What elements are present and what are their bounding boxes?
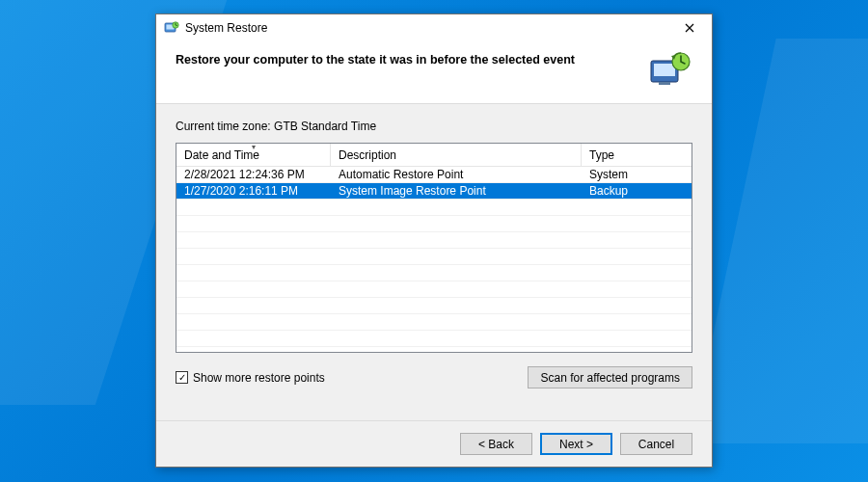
cell-description: Automatic Restore Point [331,168,582,181]
cell-date-time: 2/28/2021 12:24:36 PM [176,168,331,181]
column-header-date-time[interactable]: Date and Time ▾ [176,144,331,166]
dialog-header: Restore your computer to the state it wa… [156,41,712,104]
column-label: Description [339,148,396,162]
system-restore-dialog: System Restore Restore your computer to … [155,13,713,468]
next-button[interactable]: Next > [540,433,612,455]
show-more-checkbox[interactable]: ✓ Show more restore points [176,371,325,385]
back-button[interactable]: < Back [460,433,532,455]
column-header-type[interactable]: Type [582,144,692,166]
cell-type: System [582,168,692,181]
empty-row [176,249,692,265]
window-title: System Restore [185,21,673,35]
below-table-row: ✓ Show more restore points Scan for affe… [176,366,692,388]
column-label: Type [589,148,614,162]
cell-type: Backup [582,184,692,198]
restore-points-table: Date and Time ▾ Description Type 2/28/20… [176,143,692,353]
titlebar: System Restore [156,14,712,41]
column-label: Date and Time [184,148,259,162]
system-restore-icon [164,20,179,36]
empty-row [176,298,692,314]
svg-rect-4 [654,64,675,76]
table-row[interactable]: 2/28/2021 12:24:36 PMAutomatic Restore P… [176,167,692,183]
empty-row [176,281,692,298]
scan-affected-programs-button[interactable]: Scan for affected programs [528,366,692,388]
timezone-label: Current time zone: GTB Standard Time [176,120,692,133]
dialog-content: Current time zone: GTB Standard Time Dat… [156,104,712,420]
restore-big-icon [648,51,692,90]
empty-row [176,314,692,331]
empty-row [176,331,692,347]
svg-rect-5 [659,82,670,85]
cell-date-time: 1/27/2020 2:16:11 PM [176,184,331,198]
table-row[interactable]: 1/27/2020 2:16:11 PMSystem Image Restore… [176,183,692,200]
cell-description: System Image Restore Point [331,184,582,198]
empty-row [176,265,692,281]
close-icon [685,23,694,33]
checkbox-label: Show more restore points [193,371,325,385]
close-button[interactable] [673,17,706,39]
checkbox-box: ✓ [176,371,188,384]
sort-descending-icon: ▾ [252,143,256,151]
page-heading: Restore your computer to the state it wa… [176,51,633,67]
empty-row [176,232,692,249]
table-body: 2/28/2021 12:24:36 PMAutomatic Restore P… [176,167,692,352]
cancel-button[interactable]: Cancel [620,433,692,455]
empty-row [176,216,692,232]
column-header-description[interactable]: Description [331,144,582,166]
dialog-footer: < Back Next > Cancel [156,420,712,467]
table-header: Date and Time ▾ Description Type [176,144,692,167]
empty-row [176,200,692,216]
checkmark-icon: ✓ [178,373,186,383]
